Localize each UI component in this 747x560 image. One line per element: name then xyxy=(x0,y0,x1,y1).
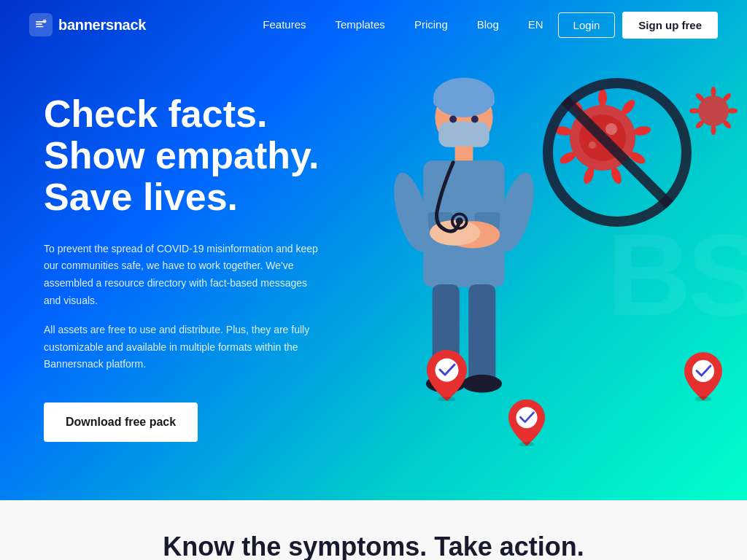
svg-rect-42 xyxy=(468,284,495,384)
svg-point-29 xyxy=(449,115,457,122)
hero-heading-line1: Check facts. xyxy=(44,93,267,135)
hero-body-text2: All assets are free to use and distribut… xyxy=(44,322,321,373)
brand-name: bannersnack xyxy=(58,17,146,34)
bottom-heading: Know the symptoms. Take action. xyxy=(163,532,584,560)
svg-point-50 xyxy=(695,397,712,402)
logo[interactable]: bannersnack xyxy=(29,13,146,36)
svg-point-5 xyxy=(633,125,652,136)
nav-item-templates[interactable]: Templates xyxy=(336,18,385,31)
svg-point-40 xyxy=(456,217,463,225)
location-pin-2 xyxy=(508,399,545,446)
svg-point-30 xyxy=(471,115,479,122)
login-button[interactable]: Login xyxy=(558,12,616,38)
signup-button[interactable]: Sign up free xyxy=(622,12,718,39)
hero-illustration: BS xyxy=(336,50,747,500)
nav-item-lang[interactable]: EN xyxy=(528,18,543,31)
location-pin-1 xyxy=(427,350,467,401)
svg-point-21 xyxy=(711,125,716,136)
nav-item-features[interactable]: Features xyxy=(263,18,306,31)
svg-point-17 xyxy=(711,87,716,97)
svg-point-3 xyxy=(598,89,607,106)
svg-point-23 xyxy=(689,109,700,114)
nav-item-blog[interactable]: Blog xyxy=(477,18,499,31)
svg-point-47 xyxy=(516,407,538,428)
navbar: bannersnack Features Templates Pricing B… xyxy=(0,0,747,50)
svg-point-49 xyxy=(692,360,714,382)
nav-item-pricing[interactable]: Pricing xyxy=(414,18,448,31)
download-cta-button[interactable]: Download free pack xyxy=(44,402,198,442)
no-virus-symbol xyxy=(537,72,697,233)
hero-heading: Check facts. Show empathy. Save lives. xyxy=(44,93,321,219)
svg-point-0 xyxy=(43,20,47,23)
brand-icon xyxy=(34,18,48,32)
svg-point-13 xyxy=(589,141,596,149)
svg-rect-28 xyxy=(438,122,489,147)
svg-point-48 xyxy=(519,442,535,446)
svg-point-46 xyxy=(438,397,455,401)
svg-point-26 xyxy=(433,77,495,117)
hero-section: Check facts. Show empathy. Save lives. T… xyxy=(0,0,747,500)
svg-rect-31 xyxy=(454,146,473,162)
virus-small-1 xyxy=(688,85,739,136)
hero-content: Check facts. Show empathy. Save lives. T… xyxy=(0,50,365,500)
svg-point-44 xyxy=(462,375,501,393)
bottom-section: Know the symptoms. Take action. xyxy=(0,500,747,560)
svg-point-19 xyxy=(727,109,738,114)
hero-heading-line3: Save lives. xyxy=(44,176,238,218)
svg-point-12 xyxy=(605,123,617,135)
svg-rect-27 xyxy=(433,98,495,106)
location-pin-3 xyxy=(684,351,722,401)
logo-icon xyxy=(29,13,53,36)
hero-body-text1: To prevent the spread of COVID-19 misinf… xyxy=(44,241,321,310)
svg-point-45 xyxy=(435,359,458,382)
hero-heading-line2: Show empathy. xyxy=(44,134,320,176)
nav-links: Features Templates Pricing Blog EN xyxy=(263,18,543,31)
